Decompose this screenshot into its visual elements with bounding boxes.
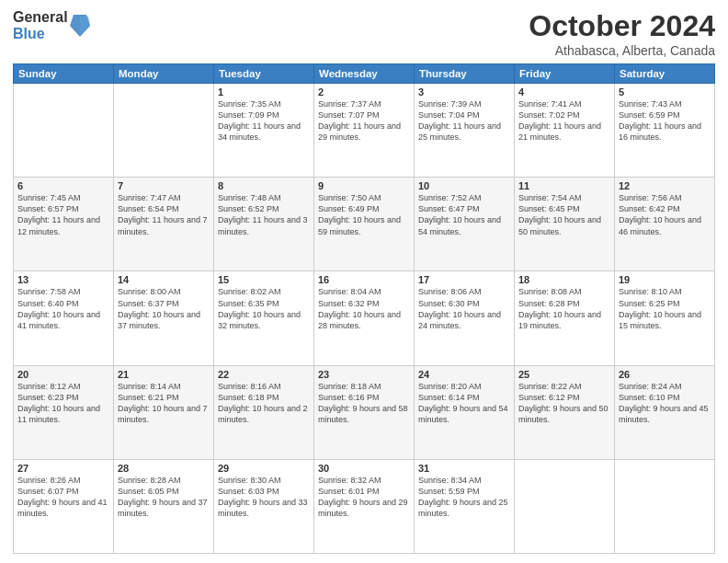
- day-number: 26: [619, 369, 711, 380]
- day-detail: Sunrise: 8:12 AMSunset: 6:23 PMDaylight:…: [17, 382, 100, 424]
- table-row: 28Sunrise: 8:28 AMSunset: 6:05 PMDayligh…: [114, 459, 214, 553]
- day-number: 12: [619, 180, 711, 191]
- day-detail: Sunrise: 8:16 AMSunset: 6:18 PMDaylight:…: [218, 382, 308, 424]
- day-detail: Sunrise: 8:30 AMSunset: 6:03 PMDaylight:…: [218, 476, 308, 518]
- table-row: 12Sunrise: 7:56 AMSunset: 6:42 PMDayligh…: [615, 178, 715, 271]
- logo-blue: Blue: [13, 26, 68, 42]
- day-number: 6: [17, 180, 109, 191]
- table-row: 11Sunrise: 7:54 AMSunset: 6:45 PMDayligh…: [515, 178, 615, 271]
- header-thursday: Thursday: [415, 64, 515, 84]
- day-number: 27: [17, 463, 109, 474]
- table-row: 21Sunrise: 8:14 AMSunset: 6:21 PMDayligh…: [114, 365, 214, 459]
- day-detail: Sunrise: 7:52 AMSunset: 6:47 PMDaylight:…: [418, 193, 501, 236]
- month-title: October 2024: [529, 9, 715, 43]
- day-detail: Sunrise: 7:35 AMSunset: 7:09 PMDaylight:…: [218, 99, 301, 142]
- day-detail: Sunrise: 8:02 AMSunset: 6:35 PMDaylight:…: [218, 287, 301, 329]
- table-row: 2Sunrise: 7:37 AMSunset: 7:07 PMDaylight…: [314, 84, 415, 178]
- day-detail: Sunrise: 8:04 AMSunset: 6:32 PMDaylight:…: [318, 287, 401, 329]
- day-number: 13: [17, 274, 109, 285]
- header-monday: Monday: [114, 64, 214, 84]
- day-number: 21: [118, 369, 210, 380]
- table-row: [114, 84, 214, 178]
- table-row: 6Sunrise: 7:45 AMSunset: 6:57 PMDaylight…: [14, 178, 114, 271]
- table-row: 16Sunrise: 8:04 AMSunset: 6:32 PMDayligh…: [314, 271, 415, 365]
- day-number: 15: [218, 274, 310, 285]
- day-detail: Sunrise: 8:24 AMSunset: 6:10 PMDaylight:…: [619, 382, 709, 424]
- day-number: 1: [218, 86, 310, 98]
- day-number: 22: [218, 369, 310, 380]
- header: General Blue October 2024 Athabasca, Alb…: [13, 9, 715, 58]
- calendar: Sunday Monday Tuesday Wednesday Thursday…: [13, 63, 715, 554]
- table-row: 22Sunrise: 8:16 AMSunset: 6:18 PMDayligh…: [214, 365, 314, 459]
- header-sunday: Sunday: [14, 64, 114, 84]
- table-row: 5Sunrise: 7:43 AMSunset: 6:59 PMDaylight…: [615, 84, 715, 178]
- day-detail: Sunrise: 7:54 AMSunset: 6:45 PMDaylight:…: [518, 193, 601, 236]
- day-detail: Sunrise: 8:34 AMSunset: 5:59 PMDaylight:…: [418, 476, 508, 518]
- table-row: 30Sunrise: 8:32 AMSunset: 6:01 PMDayligh…: [314, 459, 415, 553]
- table-row: 9Sunrise: 7:50 AMSunset: 6:49 PMDaylight…: [314, 178, 415, 271]
- day-number: 17: [418, 274, 510, 285]
- day-detail: Sunrise: 8:32 AMSunset: 6:01 PMDaylight:…: [318, 476, 408, 518]
- day-detail: Sunrise: 7:37 AMSunset: 7:07 PMDaylight:…: [318, 99, 401, 142]
- day-detail: Sunrise: 8:10 AMSunset: 6:25 PMDaylight:…: [619, 287, 701, 329]
- day-detail: Sunrise: 8:00 AMSunset: 6:37 PMDaylight:…: [118, 287, 200, 329]
- table-row: 24Sunrise: 8:20 AMSunset: 6:14 PMDayligh…: [415, 365, 515, 459]
- day-number: 4: [518, 86, 610, 98]
- day-number: 30: [318, 463, 410, 474]
- day-detail: Sunrise: 8:28 AMSunset: 6:05 PMDaylight:…: [118, 476, 208, 518]
- day-detail: Sunrise: 7:41 AMSunset: 7:02 PMDaylight:…: [518, 99, 601, 142]
- day-detail: Sunrise: 7:56 AMSunset: 6:42 PMDaylight:…: [619, 193, 701, 236]
- day-number: 31: [418, 463, 510, 474]
- table-row: 7Sunrise: 7:47 AMSunset: 6:54 PMDaylight…: [114, 178, 214, 271]
- calendar-header-row: Sunday Monday Tuesday Wednesday Thursday…: [14, 64, 715, 84]
- day-detail: Sunrise: 8:08 AMSunset: 6:28 PMDaylight:…: [518, 287, 601, 329]
- day-detail: Sunrise: 8:06 AMSunset: 6:30 PMDaylight:…: [418, 287, 501, 329]
- day-number: 8: [218, 180, 310, 191]
- table-row: 26Sunrise: 8:24 AMSunset: 6:10 PMDayligh…: [615, 365, 715, 459]
- calendar-week-row: 6Sunrise: 7:45 AMSunset: 6:57 PMDaylight…: [14, 178, 715, 271]
- day-detail: Sunrise: 8:22 AMSunset: 6:12 PMDaylight:…: [518, 382, 609, 424]
- table-row: 23Sunrise: 8:18 AMSunset: 6:16 PMDayligh…: [314, 365, 415, 459]
- logo-general: General: [13, 9, 68, 26]
- day-number: 29: [218, 463, 310, 474]
- table-row: 25Sunrise: 8:22 AMSunset: 6:12 PMDayligh…: [515, 365, 615, 459]
- page: General Blue October 2024 Athabasca, Alb…: [0, 0, 728, 563]
- table-row: [14, 84, 114, 178]
- day-number: 28: [118, 463, 210, 474]
- day-detail: Sunrise: 8:26 AMSunset: 6:07 PMDaylight:…: [17, 476, 108, 518]
- table-row: 18Sunrise: 8:08 AMSunset: 6:28 PMDayligh…: [515, 271, 615, 365]
- day-detail: Sunrise: 8:20 AMSunset: 6:14 PMDaylight:…: [418, 382, 508, 424]
- day-detail: Sunrise: 8:14 AMSunset: 6:21 PMDaylight:…: [118, 382, 208, 424]
- table-row: 1Sunrise: 7:35 AMSunset: 7:09 PMDaylight…: [214, 84, 314, 178]
- day-number: 10: [418, 180, 510, 191]
- day-detail: Sunrise: 7:47 AMSunset: 6:54 PMDaylight:…: [118, 193, 208, 236]
- day-detail: Sunrise: 7:45 AMSunset: 6:57 PMDaylight:…: [17, 193, 100, 236]
- table-row: 20Sunrise: 8:12 AMSunset: 6:23 PMDayligh…: [14, 365, 114, 459]
- header-wednesday: Wednesday: [314, 64, 415, 84]
- calendar-week-row: 1Sunrise: 7:35 AMSunset: 7:09 PMDaylight…: [14, 84, 715, 178]
- table-row: 19Sunrise: 8:10 AMSunset: 6:25 PMDayligh…: [615, 271, 715, 365]
- table-row: [615, 459, 715, 553]
- table-row: 4Sunrise: 7:41 AMSunset: 7:02 PMDaylight…: [515, 84, 615, 178]
- day-number: 3: [418, 86, 510, 98]
- table-row: 13Sunrise: 7:58 AMSunset: 6:40 PMDayligh…: [14, 271, 114, 365]
- table-row: 14Sunrise: 8:00 AMSunset: 6:37 PMDayligh…: [114, 271, 214, 365]
- day-number: 19: [619, 274, 711, 285]
- table-row: 17Sunrise: 8:06 AMSunset: 6:30 PMDayligh…: [415, 271, 515, 365]
- calendar-week-row: 20Sunrise: 8:12 AMSunset: 6:23 PMDayligh…: [14, 365, 715, 459]
- table-row: 31Sunrise: 8:34 AMSunset: 5:59 PMDayligh…: [415, 459, 515, 553]
- day-detail: Sunrise: 7:50 AMSunset: 6:49 PMDaylight:…: [318, 193, 401, 236]
- day-number: 23: [318, 369, 410, 380]
- day-detail: Sunrise: 7:43 AMSunset: 6:59 PMDaylight:…: [619, 99, 701, 142]
- day-number: 20: [17, 369, 109, 380]
- logo-icon: [70, 13, 90, 39]
- day-number: 7: [118, 180, 210, 191]
- logo: General Blue: [13, 9, 90, 41]
- header-friday: Friday: [515, 64, 615, 84]
- day-number: 16: [318, 274, 410, 285]
- day-detail: Sunrise: 7:39 AMSunset: 7:04 PMDaylight:…: [418, 99, 501, 142]
- calendar-week-row: 27Sunrise: 8:26 AMSunset: 6:07 PMDayligh…: [14, 459, 715, 553]
- day-detail: Sunrise: 7:58 AMSunset: 6:40 PMDaylight:…: [17, 287, 100, 329]
- title-block: October 2024 Athabasca, Alberta, Canada: [529, 9, 715, 58]
- table-row: [515, 459, 615, 553]
